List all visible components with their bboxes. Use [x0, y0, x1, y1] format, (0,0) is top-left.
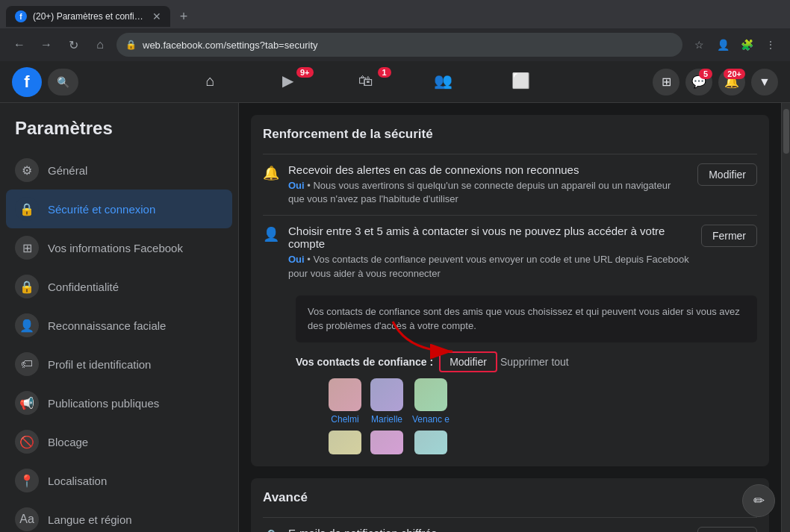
bell-icon: 🔔: [263, 165, 279, 181]
tab-close-button[interactable]: ✕: [152, 10, 161, 22]
tab-favicon: f: [15, 10, 27, 22]
contact-item-chelmi: Chelmi: [329, 378, 361, 454]
email-content: E-mails de notification chiffrés Renforc…: [288, 527, 688, 532]
trusted-action: Fermer: [701, 225, 757, 247]
section-title: Renforcement de la sécurité: [263, 127, 757, 142]
url-text: web.facebook.com/settings?tab=security: [143, 40, 318, 51]
security-section: Renforcement de la sécurité 🔔 Recevoir d…: [251, 115, 769, 466]
trusted-oui: Oui: [288, 254, 305, 265]
marketplace-badge: 1: [378, 67, 391, 78]
security-icon: 🔒: [15, 197, 39, 221]
nav-watch[interactable]: ▶ 9+: [251, 64, 326, 100]
sidebar-label-blocage: Blocage: [48, 436, 88, 448]
contact-item-marielle: Marielle: [370, 378, 403, 454]
header-nav: ⌂ ▶ 9+ 🛍 1 👥 ⬜: [84, 64, 647, 100]
nav-home[interactable]: ⌂: [173, 64, 248, 100]
contacts-row: Chelmi Marielle: [329, 378, 757, 454]
scrollbar-track[interactable]: [781, 103, 790, 532]
reload-button[interactable]: ↻: [63, 34, 84, 55]
trusted-fermer-button[interactable]: Fermer: [701, 225, 757, 247]
facial-icon: 👤: [15, 313, 39, 337]
sidebar-label-language: Langue et région: [48, 513, 132, 526]
nav-groups[interactable]: 👥: [406, 64, 481, 100]
sidebar-label-confidentiality: Confidentialité: [48, 281, 119, 293]
sidebar-item-language[interactable]: Aa Langue et région: [6, 500, 232, 532]
trusted-desc-text: • Vos contacts de confiance peuvent vous…: [288, 254, 689, 278]
nav-gaming[interactable]: ⬜: [484, 64, 559, 100]
sidebar-item-facebook-info[interactable]: ⊞ Vos informations Facebook: [6, 228, 232, 267]
contact-avatar-marielle-2: [370, 431, 403, 454]
publications-icon: 📢: [15, 391, 39, 415]
contact-item-venance: Venanc e: [412, 378, 450, 454]
sidebar-label-general: Général: [48, 164, 87, 177]
contact-avatar-chelmi-2: [329, 431, 361, 454]
alerts-desc-text: • Nous vous avertirons si quelqu'un se c…: [288, 180, 671, 204]
red-arrow: [385, 314, 475, 359]
profile-icon: 🏷: [15, 352, 39, 376]
main-panel: Renforcement de la sécurité 🔔 Recevoir d…: [239, 103, 781, 532]
contact-name-venance: Venanc e: [412, 414, 450, 425]
browser-actions: ☆ 👤 🧩 ⋮: [688, 34, 781, 55]
alerts-title: Recevoir des alertes en cas de connexion…: [288, 163, 688, 176]
trusted-expanded-area: Vos contacts de confiance sont des amis …: [263, 295, 757, 454]
watch-badge: 9+: [296, 67, 314, 78]
alerts-oui: Oui: [288, 180, 305, 191]
sidebar-label-facebook-info: Vos informations Facebook: [48, 242, 183, 254]
email-action: Modifier: [697, 527, 757, 532]
float-edit-button[interactable]: ✏: [742, 484, 775, 517]
trusted-supprimer-button[interactable]: Supprimer tout: [500, 356, 569, 368]
bookmark-icon[interactable]: ☆: [688, 34, 709, 55]
trusted-desc: Oui • Vos contacts de confiance peuvent …: [288, 253, 692, 280]
back-button[interactable]: ←: [9, 34, 30, 55]
address-bar[interactable]: 🔒 web.facebook.com/settings?tab=security: [116, 33, 682, 57]
language-icon: Aa: [15, 507, 39, 531]
notifications-button[interactable]: 🔔 20+: [718, 69, 745, 96]
sidebar-item-blocage[interactable]: 🚫 Blocage: [6, 422, 232, 461]
sidebar: Paramètres ⚙ Général 🔒 Sécurité et conne…: [0, 103, 239, 532]
person-icon: 👤: [263, 226, 279, 242]
tab-bar: f (20+) Paramètres et confidential... ✕ …: [0, 0, 790, 28]
email-setting: 🔒 E-mails de notification chiffrés Renfo…: [263, 517, 757, 532]
fb-header: f 🔍 ⌂ ▶ 9+ 🛍 1 👥 ⬜ ⊞ 💬 5 🔔: [0, 61, 790, 103]
contact-name-chelmi: Chelmi: [331, 414, 358, 425]
lock-icon: 🔒: [125, 40, 137, 50]
new-tab-button[interactable]: +: [173, 6, 194, 27]
tab-title: (20+) Paramètres et confidential...: [33, 11, 146, 22]
trusted-title: Choisir entre 3 et 5 amis à contacter si…: [288, 225, 692, 250]
alerts-action: Modifier: [697, 163, 757, 186]
home-button[interactable]: ⌂: [90, 34, 111, 55]
extensions-icon[interactable]: 🧩: [736, 34, 757, 55]
active-tab[interactable]: f (20+) Paramètres et confidential... ✕: [6, 6, 170, 27]
sidebar-label-facial: Reconnaissance faciale: [48, 319, 166, 332]
scrollbar-thumb[interactable]: [783, 109, 789, 154]
sidebar-item-confidentiality[interactable]: 🔒 Confidentialité: [6, 267, 232, 306]
fb-logo[interactable]: f: [12, 67, 42, 97]
alerts-desc: Oui • Nous vous avertirons si quelqu'un …: [288, 179, 688, 206]
search-bar[interactable]: 🔍: [48, 69, 78, 96]
sidebar-item-security[interactable]: 🔒 Sécurité et connexion: [6, 190, 232, 228]
menu-button[interactable]: ⊞: [653, 69, 679, 96]
email-modifier-button[interactable]: Modifier: [697, 527, 757, 532]
trusted-content: Choisir entre 3 et 5 amis à contacter si…: [288, 225, 692, 280]
alerts-setting: 🔔 Recevoir des alertes en cas de connexi…: [263, 154, 757, 215]
account-button[interactable]: ▼: [751, 69, 778, 96]
user-profile-icon[interactable]: 👤: [712, 34, 733, 55]
browser-controls: ← → ↻ ⌂ 🔒 web.facebook.com/settings?tab=…: [0, 28, 790, 61]
email-title: E-mails de notification chiffrés: [288, 527, 688, 532]
content-area: Paramètres ⚙ Général 🔒 Sécurité et conne…: [0, 103, 790, 532]
alerts-modifier-button[interactable]: Modifier: [697, 163, 757, 186]
trusted-contacts-controls: Vos contacts de confiance : Modifier Sup…: [296, 351, 757, 372]
lock-setting-icon: 🔒: [263, 528, 279, 532]
sidebar-item-publications[interactable]: 📢 Publications publiques: [6, 384, 232, 422]
forward-button[interactable]: →: [36, 34, 57, 55]
advanced-section-title: Avancé: [263, 490, 757, 505]
nav-marketplace[interactable]: 🛍 1: [329, 64, 403, 100]
sidebar-item-general[interactable]: ⚙ Général: [6, 151, 232, 190]
sidebar-item-profile[interactable]: 🏷 Profil et identification: [6, 345, 232, 384]
sidebar-item-facial[interactable]: 👤 Reconnaissance faciale: [6, 306, 232, 345]
sidebar-label-security: Sécurité et connexion: [48, 203, 155, 216]
sidebar-item-location[interactable]: 📍 Localisation: [6, 461, 232, 500]
blocage-icon: 🚫: [15, 430, 39, 454]
more-options-icon[interactable]: ⋮: [760, 34, 781, 55]
messenger-button[interactable]: 💬 5: [685, 69, 712, 96]
